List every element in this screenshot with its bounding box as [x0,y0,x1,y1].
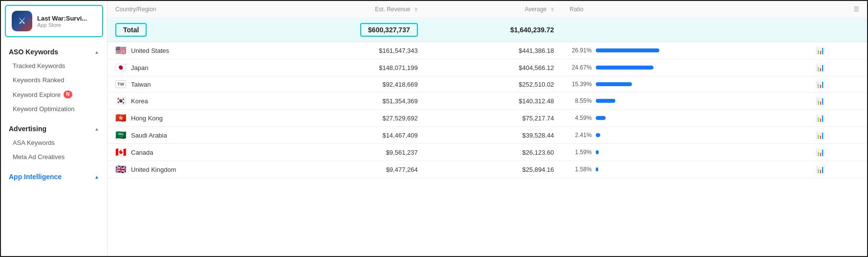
table-header-row: Country/Region Est. Revenue ⇕ Average ⇕ … [108,1,867,18]
main-content: Country/Region Est. Revenue ⇕ Average ⇕ … [108,1,867,256]
aso-keywords-section: ASO Keywords ▲ Tracked Keywords Keywords… [1,41,107,118]
country-cell: 🇯🇵Japan [108,59,274,76]
sidebar-item-tracked-keywords[interactable]: Tracked Keywords [1,59,107,73]
aso-keywords-label: ASO Keywords [9,48,58,56]
ratio-pct: 8.55% [570,97,592,104]
ratio-cell: 26.91% [562,42,789,59]
ratio-pct: 1.58% [570,166,592,173]
bar-container [596,116,781,120]
keywords-ranked-label: Keywords Ranked [13,76,65,84]
ratio-cell: 4.59% [562,110,789,127]
table-row: TWTaiwan$92,418,669$252,510.0215.39%📊 [108,76,867,93]
revenue-table: Country/Region Est. Revenue ⇕ Average ⇕ … [108,1,867,178]
app-icon [12,11,32,31]
col-header-menu[interactable]: ☰ [834,1,867,18]
avg-cell: $25,894.16 [426,161,562,178]
menu-cell [834,76,867,93]
flag-icon: TW [115,80,126,88]
sidebar-item-asa-keywords[interactable]: ASA Keywords [1,136,107,150]
bar-container [596,167,781,171]
tracked-keywords-label: Tracked Keywords [13,62,65,70]
advertising-label: Advertising [9,125,46,133]
chart-icon[interactable]: 📊 [814,79,826,89]
action-cell[interactable]: 📊 [789,144,834,161]
bar-container [596,82,781,86]
meta-ad-creatives-label: Meta Ad Creatives [13,153,65,161]
ratio-bar [596,116,606,120]
flag-icon: 🇺🇸 [115,46,126,55]
menu-cell [834,161,867,178]
avg-cell: $404,566.12 [426,59,562,76]
chart-icon[interactable]: 📊 [814,113,826,123]
revenue-cell: $161,547,343 [274,42,426,59]
country-cell: 🇸🇦Saudi Arabia [108,127,274,144]
sidebar-item-keywords-ranked[interactable]: Keywords Ranked [1,73,107,87]
ratio-pct: 2.41% [570,132,592,139]
total-row: Total $600,327,737 $1,640,239.72 [108,18,867,42]
bar-container [596,66,781,70]
table-row: 🇰🇷Korea$51,354,369$140,312.488.55%📊 [108,93,867,110]
table-row: 🇯🇵Japan$148,071,199$404,566.1224.67%📊 [108,59,867,76]
total-label: Total [115,23,147,37]
table-row: 🇨🇦Canada$9,561,237$26,123.601.59%📊 [108,144,867,161]
action-cell[interactable]: 📊 [789,59,834,76]
chart-icon[interactable]: 📊 [814,63,826,72]
sidebar-item-meta-ad-creatives[interactable]: Meta Ad Creatives [1,150,107,164]
table-row: 🇺🇸United States$161,547,343$441,386.1826… [108,42,867,59]
action-cell[interactable]: 📊 [789,76,834,93]
country-cell: TWTaiwan [108,76,274,93]
total-avg-cell: $1,640,239.72 [426,18,562,42]
ratio-pct: 26.91% [570,47,592,54]
country-cell: 🇰🇷Korea [108,93,274,110]
total-action-cell [789,18,834,42]
menu-cell [834,144,867,161]
flag-icon: 🇰🇷 [115,96,126,105]
chart-icon[interactable]: 📊 [814,164,826,174]
app-name: Last War:Survi... [37,15,87,22]
chart-icon[interactable]: 📊 [814,147,826,157]
keyword-optimization-label: Keyword Optimization [13,105,74,113]
menu-icon[interactable]: ☰ [854,6,859,13]
total-ratio-cell [562,18,789,42]
menu-cell [834,42,867,59]
country-name: Saudi Arabia [131,132,167,139]
bar-container [596,99,781,103]
country-cell: 🇺🇸United States [108,42,274,59]
app-intelligence-header[interactable]: App Intelligence ▲ [1,170,107,184]
country-name: United Kingdom [131,166,176,173]
action-cell[interactable]: 📊 [789,110,834,127]
keyword-explore-label: Keyword Explore [13,91,61,98]
chart-icon[interactable]: 📊 [814,46,826,55]
total-revenue: $600,327,737 [360,23,418,37]
action-cell[interactable]: 📊 [789,42,834,59]
country-name: Taiwan [131,81,151,88]
ratio-bar [596,133,600,137]
keyword-explore-badge: N [64,91,72,98]
menu-cell [834,110,867,127]
flag-icon: 🇸🇦 [115,131,126,140]
chart-icon[interactable]: 📊 [814,130,826,140]
aso-keywords-header[interactable]: ASO Keywords ▲ [1,45,107,59]
ratio-bar [596,99,615,103]
average-sort-icon[interactable]: ⇕ [550,7,554,12]
ratio-pct: 4.59% [570,115,592,121]
col-header-revenue: Est. Revenue ⇕ [274,1,426,18]
bar-container [596,48,781,52]
sidebar-item-keyword-explore[interactable]: Keyword Explore N [1,87,107,102]
action-cell[interactable]: 📊 [789,93,834,110]
country-name: Canada [131,149,153,156]
advertising-header[interactable]: Advertising ▲ [1,122,107,136]
flag-icon: 🇬🇧 [115,165,126,174]
asa-keywords-label: ASA Keywords [13,139,55,146]
chart-icon[interactable]: 📊 [814,96,826,106]
action-cell[interactable]: 📊 [789,127,834,144]
ratio-pct: 24.67% [570,64,592,71]
sidebar-item-keyword-optimization[interactable]: Keyword Optimization [1,102,107,116]
ratio-cell: 24.67% [562,59,789,76]
revenue-sort-icon[interactable]: ⇕ [414,7,418,12]
total-avg: $1,640,239.72 [510,26,554,34]
ratio-bar [596,167,598,171]
country-cell: 🇭🇰Hong Kong [108,110,274,127]
action-cell[interactable]: 📊 [789,161,834,178]
app-header[interactable]: Last War:Survi... App Store [5,5,103,37]
